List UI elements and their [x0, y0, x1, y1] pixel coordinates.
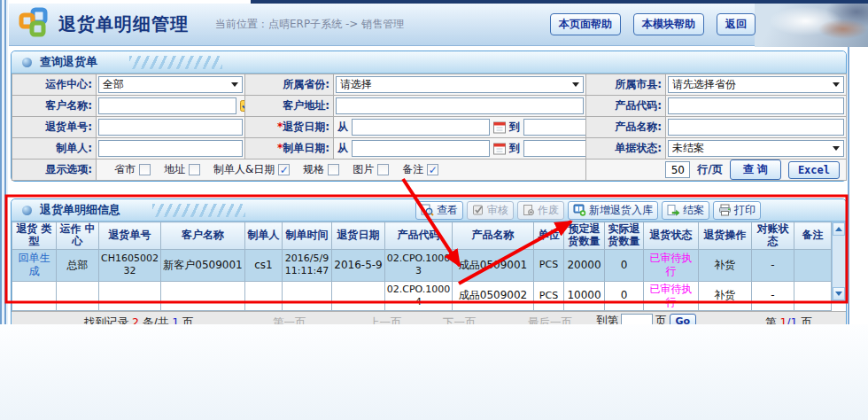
table-cell: 0: [605, 249, 644, 281]
triangle-down-icon: [835, 292, 842, 296]
option-province-city[interactable]: 省市: [114, 162, 151, 177]
void-icon: [523, 204, 535, 216]
table-cell: 2016-5-9: [332, 249, 385, 281]
module-help-button[interactable]: 本模块帮助: [633, 13, 704, 35]
close-case-button[interactable]: 结案: [662, 201, 709, 220]
column-header: 退货单号: [99, 222, 161, 250]
breadcrumb: 当前位置：点晴ERP子系统 -> 销售管理: [215, 17, 404, 32]
search-button[interactable]: 查 询: [730, 159, 781, 180]
table-cell: 成品0509002: [453, 281, 534, 310]
operation-center-label: 运作中心:: [12, 74, 97, 96]
city-select[interactable]: 请先选择省份: [668, 76, 844, 93]
view-icon: [421, 204, 434, 216]
return-type-link[interactable]: 回单生成: [12, 249, 57, 281]
table-row: 02.CPO.10004 成品0509002 PCS 10000 0 已审待执行…: [12, 281, 832, 310]
column-header: 客户名称: [161, 222, 245, 250]
app-logo-icon: [18, 7, 50, 42]
column-header: 退货操作: [699, 222, 752, 250]
table-cell: -: [752, 281, 794, 310]
detail-table-wrap: 退货 类型 运作 中心 退货单号 客户名称 制单人 制单时间 退货日期 产品代码…: [12, 222, 846, 311]
return-no-input[interactable]: [98, 119, 243, 136]
query-section-title: 查询退货单: [40, 54, 97, 70]
customer-address-input[interactable]: [336, 97, 584, 114]
rows-per-page-input[interactable]: [665, 161, 690, 178]
customer-lookup-icon[interactable]: [240, 100, 245, 112]
table-cell: cs1: [245, 249, 283, 281]
table-row: 回单生成 总部 CH160500232 新客户0509001 cs1 2016/…: [12, 249, 832, 281]
display-options: 省市 地址 制单人&日期 规格 图片 备注: [98, 162, 584, 177]
checkbox-icon[interactable]: [139, 164, 151, 175]
page-title: 退货单明细管理: [58, 12, 189, 36]
header-buttons: 本页面帮助 本模块帮助 返回: [550, 13, 756, 35]
table-cell: [794, 281, 832, 310]
query-section-header: 查询退货单: [12, 51, 846, 74]
checkbox-icon[interactable]: [427, 164, 438, 175]
add-icon: [573, 204, 586, 216]
table-cell: 总部: [57, 249, 99, 281]
calendar-icon[interactable]: [493, 121, 506, 134]
option-maker-date[interactable]: 制单人&日期: [213, 162, 290, 177]
page-help-button[interactable]: 本页面帮助: [550, 13, 621, 35]
table-cell: [332, 281, 385, 310]
doc-status-select[interactable]: 未结案: [668, 140, 844, 157]
make-date-from-input[interactable]: [352, 140, 490, 157]
customer-name-input[interactable]: [98, 97, 236, 114]
scroll-down-button[interactable]: [833, 287, 845, 300]
from-label: 从: [336, 120, 350, 135]
table-cell: 新客户0509001: [161, 249, 245, 281]
checkbox-icon[interactable]: [377, 164, 389, 175]
checkbox-icon[interactable]: [278, 164, 290, 175]
header-row: 退货 类型 运作 中心 退货单号 客户名称 制单人 制单时间 退货日期 产品代码…: [12, 222, 832, 250]
return-date-to-input[interactable]: [523, 119, 586, 136]
bullet-icon: [22, 58, 32, 67]
column-header: 预定退 货数量: [564, 222, 605, 250]
return-date-from-input[interactable]: [352, 119, 490, 136]
option-address[interactable]: 地址: [164, 162, 200, 177]
table-cell: [283, 281, 332, 310]
back-button[interactable]: 返回: [717, 13, 756, 35]
chevron-down-icon: [231, 82, 238, 87]
chevron-down-icon: [833, 82, 840, 87]
option-image[interactable]: 图片: [353, 162, 389, 177]
product-name-input[interactable]: [668, 119, 844, 136]
column-header: 退货日期: [332, 222, 385, 250]
maker-input[interactable]: [98, 140, 243, 157]
void-button: 作废: [517, 201, 564, 220]
query-controls: 行/页 查 询 Excel: [588, 159, 844, 180]
column-header: 备注: [794, 222, 832, 250]
top-border-line: [251, 0, 868, 4]
table-cell: 成品0509001: [453, 249, 534, 281]
table-scrollbar[interactable]: [832, 222, 846, 301]
operation-center-select[interactable]: 全部: [98, 76, 243, 93]
checkbox-icon[interactable]: [189, 164, 200, 175]
product-code-input[interactable]: [668, 97, 844, 114]
calendar-icon[interactable]: [493, 143, 506, 155]
table-cell: [794, 249, 832, 281]
table-cell: 2016/5/9 11:11:47: [283, 249, 332, 281]
province-select[interactable]: 请选择: [336, 76, 584, 93]
excel-button[interactable]: Excel: [788, 161, 840, 179]
province-label: 所属省份:: [245, 74, 334, 96]
product-code-label: 产品代码:: [586, 96, 666, 117]
audit-icon: [472, 204, 484, 216]
scroll-up-button[interactable]: [833, 222, 845, 236]
column-header: 对账状态: [752, 222, 794, 250]
make-date-label: *制单日期:: [245, 138, 334, 159]
table-cell: [12, 281, 57, 310]
option-spec[interactable]: 规格: [303, 162, 339, 177]
print-button[interactable]: 打印: [713, 201, 761, 220]
product-name-label: 产品名称:: [586, 117, 666, 138]
audit-button: 审核: [467, 201, 514, 220]
make-date-to-input[interactable]: [523, 140, 586, 157]
column-header: 实际退 货数量: [605, 222, 644, 250]
from-label: 从: [336, 141, 350, 156]
add-return-storage-button[interactable]: 新增退货入库: [568, 201, 658, 220]
checkbox-icon[interactable]: [328, 164, 339, 175]
table-cell: 02.CPO.10004: [385, 281, 453, 310]
view-button[interactable]: 查看: [415, 201, 463, 220]
city-label: 所属市县:: [586, 74, 666, 96]
option-remark[interactable]: 备注: [402, 162, 438, 177]
customer-address-label: 客户地址:: [245, 96, 334, 117]
footer-area: [0, 324, 868, 420]
detail-section-header: 退货单明细信息 查看 审核 作废 新增退货入库 结案: [12, 199, 846, 222]
